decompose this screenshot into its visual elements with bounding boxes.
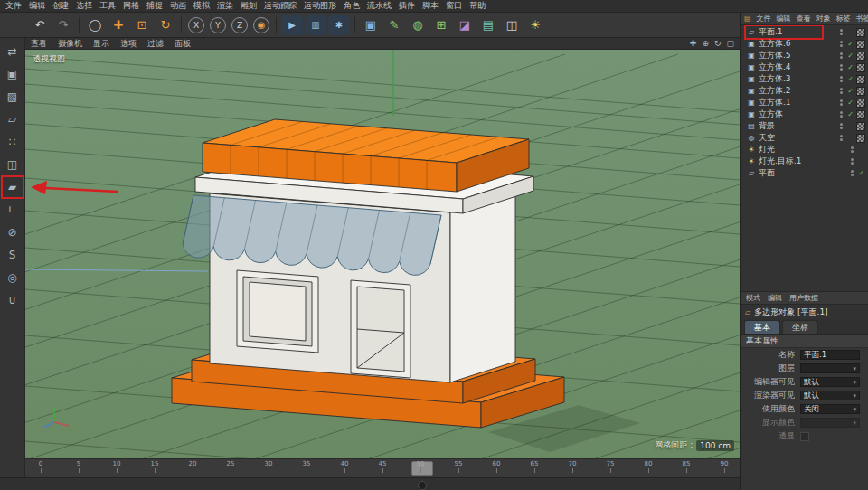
visibility-dots[interactable] bbox=[851, 146, 854, 153]
texture-tag-icon[interactable] bbox=[856, 87, 865, 96]
basic-properties-section[interactable]: 基本属性 bbox=[741, 335, 868, 348]
live-selection-icon[interactable]: ◯ bbox=[84, 15, 106, 35]
redo-icon[interactable]: ↷ bbox=[52, 15, 74, 35]
object-row[interactable]: ▱ 平面 ✓ bbox=[741, 167, 868, 179]
visibility-dots[interactable] bbox=[840, 29, 843, 35]
tab-basic[interactable]: 基本 bbox=[744, 320, 780, 334]
move-tool-icon[interactable]: ✚ bbox=[108, 15, 129, 35]
enabled-check-icon[interactable]: ✓ bbox=[846, 110, 854, 118]
enabled-check-icon[interactable]: ✓ bbox=[857, 169, 865, 177]
add-generator-icon[interactable]: ◍ bbox=[407, 15, 429, 35]
object-row[interactable]: ☀ 灯光.目标.1 bbox=[741, 155, 868, 167]
visibility-dots[interactable] bbox=[840, 41, 843, 47]
visibility-dots[interactable] bbox=[840, 76, 843, 82]
viewport-menu-item[interactable]: 过滤 bbox=[147, 38, 164, 50]
rotate-view-icon[interactable]: ↻ bbox=[714, 39, 722, 48]
menu-item[interactable]: 运动图形 bbox=[304, 0, 336, 12]
menu-item[interactable]: 渲染 bbox=[217, 0, 233, 12]
menu-item[interactable]: 窗口 bbox=[446, 0, 462, 12]
visibility-dots[interactable] bbox=[840, 123, 843, 129]
viewport[interactable]: 透视视图 网格间距 : 100 cm bbox=[25, 50, 740, 458]
texture-tag-icon[interactable] bbox=[856, 52, 865, 61]
menu-item[interactable]: 运动跟踪 bbox=[264, 0, 297, 12]
add-environment-icon[interactable]: ▤ bbox=[477, 15, 499, 35]
visibility-dots[interactable] bbox=[840, 135, 843, 141]
name-field[interactable]: 平面.1 bbox=[800, 350, 860, 360]
texture-tag-icon[interactable] bbox=[856, 28, 865, 37]
visibility-dots[interactable] bbox=[840, 64, 843, 71]
viewport-menu-item[interactable]: 面板 bbox=[175, 38, 191, 50]
polygons-mode-icon[interactable]: ▰ bbox=[3, 177, 23, 197]
object-manager-menu-item[interactable]: 标签 bbox=[836, 14, 851, 24]
viewport-menu-item[interactable]: 查看 bbox=[31, 38, 47, 50]
attribute-menu-item[interactable]: 用户数据 bbox=[789, 293, 818, 303]
display-color-swatch[interactable]: ▾ bbox=[800, 418, 860, 428]
timeline[interactable]: 0 5 10 15 20 25 30 35 bbox=[25, 458, 740, 477]
points-mode-icon[interactable]: ∷ bbox=[3, 132, 23, 152]
object-row[interactable]: ▣ 立方体.5 ✓ bbox=[741, 50, 868, 61]
menu-item[interactable]: 角色 bbox=[344, 0, 360, 12]
object-row[interactable]: ◍ 天空 bbox=[741, 132, 868, 144]
scale-tool-icon[interactable]: ⊡ bbox=[131, 15, 153, 35]
add-camera-icon[interactable]: ◫ bbox=[501, 15, 523, 35]
attribute-menu-item[interactable]: 编辑 bbox=[768, 293, 782, 303]
separator[interactable] bbox=[79, 17, 80, 33]
object-row[interactable]: ▤ 背景 bbox=[741, 120, 868, 132]
xray-checkbox[interactable] bbox=[800, 432, 809, 441]
object-manager-menu-item[interactable]: 编辑 bbox=[777, 14, 791, 24]
enabled-check-icon[interactable]: ✓ bbox=[846, 87, 854, 95]
magnet-icon[interactable]: ∪ bbox=[3, 290, 23, 310]
enabled-check-icon[interactable]: ✓ bbox=[846, 40, 854, 48]
3d-scene[interactable] bbox=[25, 50, 740, 458]
add-light-icon[interactable]: ☀ bbox=[524, 15, 546, 35]
object-row[interactable]: ▣ 立方体.3 ✓ bbox=[741, 73, 868, 85]
visibility-dots[interactable] bbox=[840, 52, 843, 59]
separator[interactable] bbox=[354, 17, 355, 33]
menu-item[interactable]: 动画 bbox=[170, 0, 186, 12]
rotate-tool-icon[interactable]: ↻ bbox=[155, 15, 176, 35]
viewport-menu-item[interactable]: 显示 bbox=[93, 38, 109, 50]
menu-item[interactable]: 流水线 bbox=[367, 0, 392, 12]
enabled-check-icon[interactable]: ✓ bbox=[846, 52, 854, 60]
x-axis-lock-icon[interactable]: X bbox=[188, 17, 204, 33]
menu-item[interactable]: 文件 bbox=[5, 0, 22, 12]
menu-item[interactable]: 编辑 bbox=[29, 0, 45, 12]
render-settings-icon[interactable]: ✱ bbox=[328, 15, 350, 35]
object-manager-menu-item[interactable]: 书签 bbox=[856, 14, 868, 24]
make-editable-icon[interactable]: ⇄ bbox=[3, 42, 23, 61]
viewport-menu-item[interactable]: 选项 bbox=[120, 38, 137, 50]
texture-mode-icon[interactable]: ▨ bbox=[3, 87, 23, 107]
enabled-check-icon[interactable]: ✓ bbox=[846, 63, 854, 71]
undo-icon[interactable]: ↶ bbox=[29, 15, 51, 35]
menu-item[interactable]: 插件 bbox=[399, 0, 415, 12]
texture-tag-icon[interactable] bbox=[856, 75, 865, 84]
enabled-check-icon[interactable]: ✓ bbox=[846, 99, 854, 107]
lock-icon[interactable]: ⊘ bbox=[3, 222, 23, 242]
add-cube-icon[interactable]: ▣ bbox=[360, 15, 382, 35]
pan-view-icon[interactable]: ✚ bbox=[690, 39, 697, 48]
menu-item[interactable]: 网格 bbox=[123, 0, 139, 12]
separator[interactable] bbox=[181, 17, 182, 33]
y-axis-lock-icon[interactable]: Y bbox=[210, 17, 226, 33]
attribute-menu-item[interactable]: 模式 bbox=[746, 293, 760, 303]
snap-icon[interactable]: S bbox=[3, 245, 23, 265]
axis-mode-icon[interactable]: ∟ bbox=[3, 200, 23, 220]
texture-tag-icon[interactable] bbox=[856, 40, 865, 49]
tab-coordinates[interactable]: 坐标 bbox=[782, 320, 818, 334]
visibility-dots[interactable] bbox=[840, 88, 843, 94]
render-picture-viewer-icon[interactable]: ▥ bbox=[305, 15, 326, 35]
menu-item[interactable]: 工具 bbox=[99, 0, 116, 12]
object-manager-menu-item[interactable]: 文件 bbox=[757, 14, 771, 24]
object-row[interactable]: ▣ 立方体.2 ✓ bbox=[741, 85, 868, 97]
texture-tag-icon[interactable] bbox=[856, 99, 865, 108]
visibility-dots[interactable] bbox=[840, 99, 843, 106]
add-deformer-icon[interactable]: ◪ bbox=[454, 15, 476, 35]
use-color-dropdown[interactable]: 关闭▾ bbox=[800, 404, 860, 414]
viewport-menu-item[interactable]: 摄像机 bbox=[58, 38, 82, 50]
maximize-view-icon[interactable]: ▢ bbox=[726, 39, 734, 48]
menu-item[interactable]: 帮助 bbox=[469, 0, 486, 12]
coordinate-system-icon[interactable]: ◉ bbox=[253, 17, 269, 33]
viewport-filter-icon[interactable]: ◎ bbox=[3, 268, 23, 287]
workplane-mode-icon[interactable]: ▱ bbox=[3, 109, 23, 129]
render-view-icon[interactable]: ▶ bbox=[281, 15, 303, 35]
